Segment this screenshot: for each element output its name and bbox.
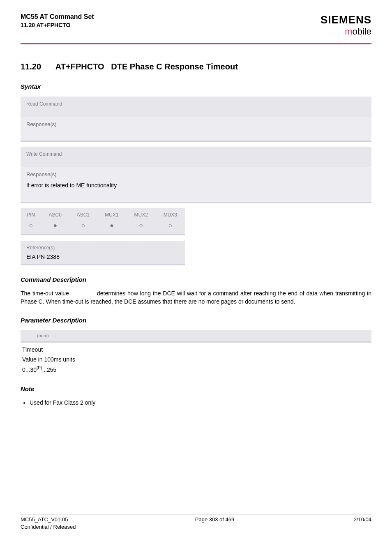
matrix-cell: ● [97,220,126,234]
param-line-3: 0...30(P)...255 [21,364,371,375]
footer-left: MC55_ATC_V01.05 Confidential / Released [21,516,76,531]
note-list: Used for Fax Class 2 only [21,399,371,407]
response-label: Response(s) [26,171,57,177]
section-number: 11.20 [21,61,53,72]
page-header: MC55 AT Command Set 11.20 AT+FPHCTO SIEM… [21,0,371,41]
brand-sub: mobile [321,25,371,38]
matrix-value-row: ○ ● ○ ● ○ ○ [21,220,185,234]
matrix-table: PIN ASC0 ASC1 MUX1 MUX2 MUX3 ○ ● ○ ● ○ ○ [21,208,185,234]
response-label: Response(s) [26,121,57,127]
cmd-desc-text: The time-out value determines how long t… [21,290,371,306]
text-pre: The time-out value [21,290,71,297]
footer-version: MC55_ATC_V01.05 [21,516,76,523]
reference-value: EIA PN-2388 [21,252,185,265]
read-response-body: Response(s) [21,117,371,140]
section-cmd: AT+FPHCTO [55,62,104,71]
cmd-desc-heading: Command Description [21,275,371,284]
footer-right: 2/10/04 [354,516,371,531]
matrix-header: MUX1 [97,208,126,220]
note-item: Used for Fax Class 2 only [30,399,371,407]
matrix-header: PIN [21,208,41,220]
matrix-cell: ○ [127,220,156,234]
note-heading: Note [21,385,371,393]
matrix-header: ASC0 [41,208,69,220]
param-l3-post: ...255 [42,366,56,373]
support-matrix: PIN ASC0 ASC1 MUX1 MUX2 MUX3 ○ ● ○ ● ○ ○ [21,208,185,235]
page-footer: MC55_ATC_V01.05 Confidential / Released … [21,514,371,531]
matrix-cell: ● [41,220,69,234]
brand-rest: obile [353,26,371,37]
brand-name: SIEMENS [321,12,371,27]
param-desc-heading: Parameter Description [21,316,371,325]
section-ref: 11.20 AT+FPHCTO [21,21,94,30]
brand-m: m [345,26,352,37]
param-l3-pre: 0...30 [22,366,37,373]
matrix-cell: ○ [156,220,185,234]
matrix-header-row: PIN ASC0 ASC1 MUX1 MUX2 MUX3 [21,208,185,220]
write-command-label: Write Command [21,147,371,167]
matrix-header: MUX3 [156,208,185,220]
param-line-1: Timeout [21,345,371,355]
header-left: MC55 AT Command Set 11.20 AT+FPHCTO [21,12,94,30]
read-command-label: Read Command [21,97,371,117]
product-title: MC55 AT Command Set [21,12,94,21]
matrix-cell: ○ [69,220,97,234]
reference-label: Reference(s) [21,241,185,252]
footer-status: Confidential / Released [21,523,76,531]
write-command-block: Write Command Response(s) If error is re… [21,147,371,203]
reference-block: Reference(s) EIA PN-2388 [21,241,185,265]
section-desc: DTE Phase C Response Timeout [111,62,238,71]
header-divider [21,43,371,44]
matrix-header: MUX2 [127,208,156,220]
matrix-header: ASC1 [69,208,97,220]
me-error-text: If error is related to ME functionality [26,178,366,190]
param-tag: (num) [21,330,371,343]
syntax-heading: Syntax [21,82,371,91]
footer-center: Page 303 of 469 [76,516,353,531]
read-command-block: Read Command Response(s) [21,97,371,142]
param-lines: Timeout Value in 100ms units 0...30(P)..… [21,345,371,375]
section-title: 11.20 AT+FPHCTO DTE Phase C Response Tim… [21,61,371,72]
write-response-body: Response(s) If error is related to ME fu… [21,167,371,202]
param-l3-sup: (P) [37,366,42,370]
param-line-2: Value in 100ms units [21,355,371,365]
matrix-cell: ○ [21,220,41,234]
text-gap [71,290,95,297]
brand-block: SIEMENS mobile [321,12,371,38]
